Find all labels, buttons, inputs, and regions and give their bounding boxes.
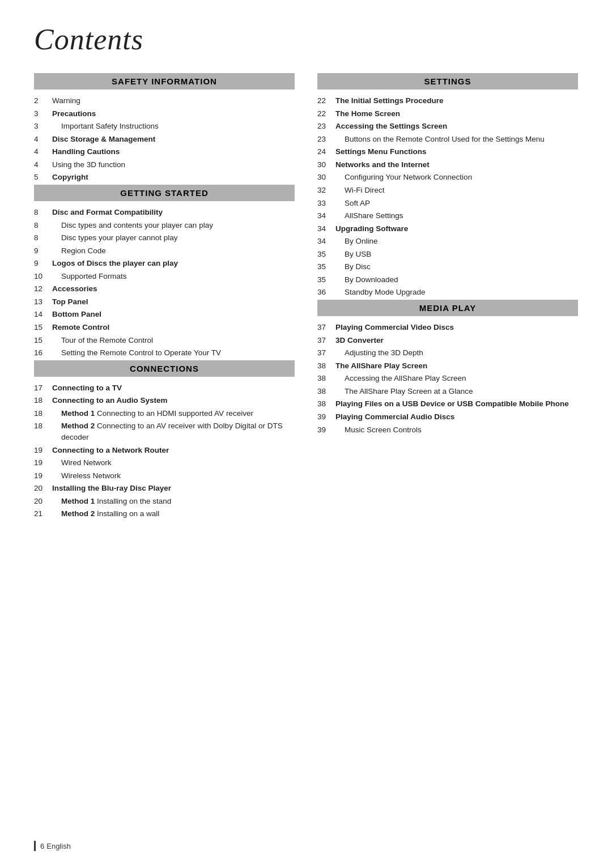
toc-page-num: 38 — [317, 373, 335, 384]
toc-entry-text: Wired Network — [52, 457, 295, 469]
toc-entry-text: Playing Files on a USB Device or USB Com… — [335, 398, 578, 410]
toc-entry-text: Setting the Remote Control to Operate Yo… — [52, 347, 295, 359]
toc-method-label: Method 2 — [61, 422, 97, 430]
toc-container: SAFETY INFORMATION2Warning3Precautions3I… — [34, 73, 578, 521]
toc-entry-text: Playing Commercial Audio Discs — [335, 411, 578, 423]
toc-entry-text: By Online — [335, 236, 578, 247]
toc-page-num: 17 — [34, 382, 52, 394]
toc-page-num: 24 — [317, 146, 335, 158]
section-header: SAFETY INFORMATION — [34, 73, 295, 90]
toc-entry: 8Disc and Format Compatibility — [34, 207, 295, 218]
toc-entry-text: Disc Storage & Management — [52, 134, 295, 145]
toc-entry-text: The Home Screen — [335, 108, 578, 120]
toc-entry: 22The Home Screen — [317, 108, 578, 120]
toc-page-num: 37 — [317, 347, 335, 359]
toc-entry: 38Accessing the AllShare Play Screen — [317, 373, 578, 384]
toc-entry-text: By Disc — [335, 261, 578, 273]
toc-page-num: 30 — [317, 172, 335, 183]
toc-entry-text: Precautions — [52, 108, 295, 120]
toc-page-num: 19 — [34, 445, 52, 456]
section: GETTING STARTED8Disc and Format Compatib… — [34, 185, 295, 359]
toc-page-num: 4 — [34, 159, 52, 171]
toc-entry: 2Warning — [34, 95, 295, 107]
toc-entry-text: Disc types your player cannot play — [52, 232, 295, 244]
toc-entry-text: Upgrading Software — [335, 223, 578, 235]
toc-page-num: 37 — [317, 335, 335, 346]
toc-page-num: 15 — [34, 335, 52, 346]
toc-entry-text: Wi-Fi Direct — [335, 185, 578, 196]
toc-entry: 4Using the 3D function — [34, 159, 295, 171]
section-header: MEDIA PLAY — [317, 300, 578, 316]
toc-entry-text: Connecting to a Network Router — [52, 445, 295, 456]
toc-entry: 19Wireless Network — [34, 470, 295, 482]
footer-page-num: 6 — [40, 842, 44, 850]
toc-entry: 39Playing Commercial Audio Discs — [317, 411, 578, 423]
toc-entry-text: Top Panel — [52, 296, 295, 308]
toc-entry-text: The AllShare Play Screen — [335, 360, 578, 372]
toc-entry: 4Handling Cautions — [34, 146, 295, 158]
toc-entry: 8Disc types your player cannot play — [34, 232, 295, 244]
toc-entry: 19Wired Network — [34, 457, 295, 469]
section: CONNECTIONS17Connecting to a TV18Connect… — [34, 360, 295, 520]
toc-page-num: 18 — [34, 420, 52, 432]
toc-page-num: 38 — [317, 360, 335, 372]
toc-entry: 35By USB — [317, 249, 578, 260]
toc-entry: 13Top Panel — [34, 296, 295, 308]
toc-entry: 34AllShare Settings — [317, 210, 578, 222]
toc-entry-text: AllShare Settings — [335, 210, 578, 222]
toc-entry-text: The Initial Settings Procedure — [335, 95, 578, 107]
toc-page-num: 39 — [317, 411, 335, 423]
toc-page-num: 23 — [317, 134, 335, 145]
toc-page-num: 14 — [34, 309, 52, 320]
toc-entry-text: Handling Cautions — [52, 146, 295, 158]
toc-entry-text: Method 1 Installing on the stand — [52, 496, 295, 507]
toc-page-num: 19 — [34, 457, 52, 469]
right-column: SETTINGS22The Initial Settings Procedure… — [317, 73, 578, 521]
toc-entry-text: Soft AP — [335, 198, 578, 209]
toc-method-label: Method 2 — [61, 509, 97, 518]
toc-page-num: 18 — [34, 408, 52, 419]
toc-entry-text: Playing Commercial Video Discs — [335, 322, 578, 333]
left-column: SAFETY INFORMATION2Warning3Precautions3I… — [34, 73, 295, 521]
toc-page-num: 35 — [317, 249, 335, 260]
toc-entry-text: Wireless Network — [52, 470, 295, 482]
toc-entry: 3Precautions — [34, 108, 295, 120]
toc-entry-text: Using the 3D function — [52, 159, 295, 171]
toc-entry: 16Setting the Remote Control to Operate … — [34, 347, 295, 359]
toc-entry-text: By Downloaded — [335, 274, 578, 286]
toc-page-num: 19 — [34, 470, 52, 482]
toc-page-num: 34 — [317, 210, 335, 222]
toc-entry: 18Method 2 Connecting to an AV receiver … — [34, 420, 295, 442]
toc-page-num: 33 — [317, 198, 335, 209]
toc-entry-text: Connecting to an Audio System — [52, 395, 295, 406]
toc-entry-text: Configuring Your Network Connection — [335, 172, 578, 183]
toc-entry: 9Logos of Discs the player can play — [34, 258, 295, 269]
toc-page-num: 15 — [34, 322, 52, 333]
toc-entry-text: Method 2 Installing on a wall — [52, 508, 295, 520]
section-header: SETTINGS — [317, 73, 578, 90]
toc-entry-text: Important Safety Instructions — [52, 121, 295, 132]
section: MEDIA PLAY37Playing Commercial Video Dis… — [317, 300, 578, 435]
toc-page-num: 38 — [317, 398, 335, 410]
toc-entry: 39Music Screen Controls — [317, 424, 578, 436]
toc-entry: 20Method 1 Installing on the stand — [34, 496, 295, 507]
toc-entry: 5Copyright — [34, 172, 295, 183]
toc-entry: 35By Disc — [317, 261, 578, 273]
toc-page-num: 3 — [34, 121, 52, 132]
toc-page-num: 5 — [34, 172, 52, 183]
toc-entry: 34By Online — [317, 236, 578, 247]
toc-entry: 18Method 1 Connecting to an HDMI support… — [34, 408, 295, 419]
toc-entry: 23Accessing the Settings Screen — [317, 121, 578, 132]
toc-entry-text: Logos of Discs the player can play — [52, 258, 295, 269]
toc-entry-text: Supported Formats — [52, 271, 295, 282]
toc-entry-text: Method 2 Connecting to an AV receiver wi… — [52, 420, 295, 442]
toc-entry-text: The AllShare Play Screen at a Glance — [335, 386, 578, 397]
toc-entry: 4Disc Storage & Management — [34, 134, 295, 145]
section-header: CONNECTIONS — [34, 360, 295, 377]
toc-page-num: 23 — [317, 121, 335, 132]
toc-page-num: 22 — [317, 108, 335, 120]
toc-entry-text: Bottom Panel — [52, 309, 295, 320]
toc-entry-text: 3D Converter — [335, 335, 578, 346]
toc-page-num: 18 — [34, 395, 52, 406]
toc-entry-text: Remote Control — [52, 322, 295, 333]
